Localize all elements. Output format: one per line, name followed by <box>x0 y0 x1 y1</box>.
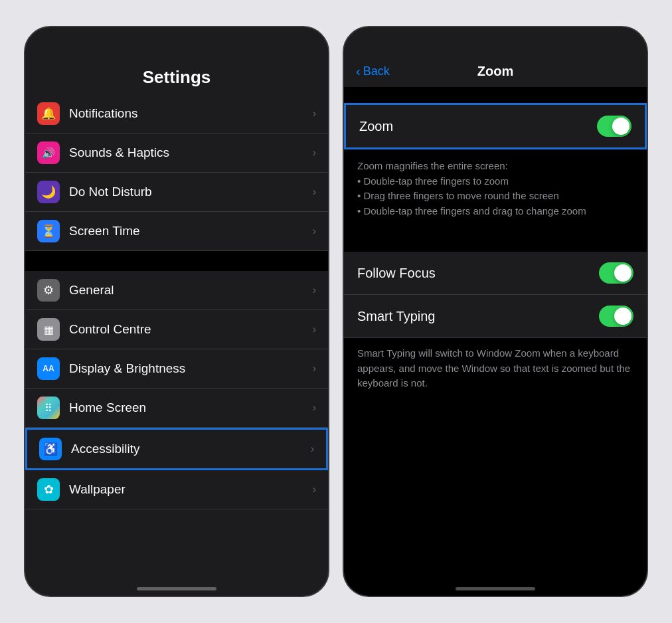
smart-typing-row[interactable]: Smart Typing <box>344 295 647 338</box>
general-icon: ⚙ <box>37 279 60 302</box>
accessibility-icon: ♿ <box>39 438 62 460</box>
follow-focus-row[interactable]: Follow Focus <box>344 252 647 295</box>
settings-section-1: 🔔 Notifications › 🔊 Sounds & Haptics › 🌙 <box>25 94 328 251</box>
settings-phone: Settings 🔔 Notifications › 🔊 Sounds & Ha… <box>24 26 329 597</box>
follow-focus-knob <box>614 264 631 282</box>
zoom-phone: ‹ Back Zoom Zoom Zoom magnifies the enti… <box>343 26 648 597</box>
zoom-home-indicator <box>456 587 535 590</box>
settings-item-accessibility[interactable]: ♿ Accessibility › <box>25 428 328 470</box>
sounds-icon: 🔊 <box>37 141 60 164</box>
settings-item-display[interactable]: AA Display & Brightness › <box>25 349 328 389</box>
wallpaper-chevron: › <box>313 484 316 495</box>
wallpaper-icon: ✿ <box>37 478 60 501</box>
home-icon: ⠿ <box>37 397 60 419</box>
follow-focus-label: Follow Focus <box>357 266 436 281</box>
settings-item-notifications[interactable]: 🔔 Notifications › <box>25 94 328 134</box>
zoom-toggle-row[interactable]: Zoom <box>344 103 647 149</box>
settings-section-2: ⚙ General › ▦ Control Centre › AA D <box>25 271 328 509</box>
control-label: Control Centre <box>69 322 313 337</box>
home-chevron: › <box>313 402 316 414</box>
wallpaper-label: Wallpaper <box>69 482 313 497</box>
settings-item-dnd[interactable]: 🌙 Do Not Disturb › <box>25 173 328 212</box>
general-label: General <box>69 283 313 298</box>
smart-typing-desc-block: Smart Typing will switch to Window Zoom … <box>344 338 647 404</box>
display-chevron: › <box>313 363 316 375</box>
screentime-chevron: › <box>313 225 316 237</box>
home-label: Home Screen <box>69 400 313 415</box>
zoom-section-gap <box>344 232 647 252</box>
screentime-label: Screen Time <box>69 224 313 238</box>
back-button[interactable]: ‹ Back <box>356 64 390 79</box>
control-icon: ▦ <box>37 318 60 341</box>
zoom-content: Zoom Zoom magnifies the entire screen:• … <box>344 87 647 596</box>
zoom-toggle[interactable] <box>597 116 631 137</box>
zoom-header: ‹ Back Zoom <box>344 27 647 87</box>
smart-typing-desc-text: Smart Typing will switch to Window Zoom … <box>357 347 630 389</box>
dnd-chevron: › <box>313 186 316 198</box>
notifications-icon: 🔔 <box>37 102 60 125</box>
top-gap <box>344 87 647 96</box>
settings-item-sounds[interactable]: 🔊 Sounds & Haptics › <box>25 134 328 173</box>
settings-item-general[interactable]: ⚙ General › <box>25 271 328 310</box>
zoom-row-label: Zoom <box>359 119 393 134</box>
notifications-chevron: › <box>313 108 316 120</box>
notifications-label: Notifications <box>69 106 313 121</box>
smart-typing-label: Smart Typing <box>357 309 435 324</box>
dnd-label: Do Not Disturb <box>69 185 313 199</box>
screentime-icon: ⏳ <box>37 220 60 242</box>
smart-typing-knob <box>614 308 631 325</box>
settings-item-control[interactable]: ▦ Control Centre › <box>25 310 328 349</box>
control-chevron: › <box>313 323 316 335</box>
settings-divider <box>25 251 328 271</box>
accessibility-chevron: › <box>311 443 314 455</box>
back-label: Back <box>363 64 390 78</box>
zoom-description-text: Zoom magnifies the entire screen:• Doubl… <box>357 160 586 217</box>
settings-item-home[interactable]: ⠿ Home Screen › <box>25 389 328 428</box>
settings-header: Settings <box>25 27 328 94</box>
settings-title: Settings <box>143 67 211 87</box>
home-indicator <box>137 587 216 590</box>
accessibility-label: Accessibility <box>71 442 311 456</box>
display-icon: AA <box>37 357 60 380</box>
display-label: Display & Brightness <box>69 361 313 376</box>
zoom-page-title: Zoom <box>477 64 513 79</box>
sounds-label: Sounds & Haptics <box>69 145 313 160</box>
settings-item-screentime[interactable]: ⏳ Screen Time › <box>25 212 328 251</box>
back-chevron-icon: ‹ <box>356 64 361 79</box>
settings-item-wallpaper[interactable]: ✿ Wallpaper › <box>25 470 328 509</box>
general-chevron: › <box>313 284 316 296</box>
smart-typing-toggle[interactable] <box>599 306 633 327</box>
settings-list: 🔔 Notifications › 🔊 Sounds & Haptics › 🌙 <box>25 94 328 596</box>
follow-focus-toggle[interactable] <box>599 262 633 284</box>
zoom-toggle-knob <box>612 118 630 135</box>
dnd-icon: 🌙 <box>37 181 60 203</box>
zoom-description-block: Zoom magnifies the entire screen:• Doubl… <box>344 149 647 232</box>
sounds-chevron: › <box>313 147 316 159</box>
